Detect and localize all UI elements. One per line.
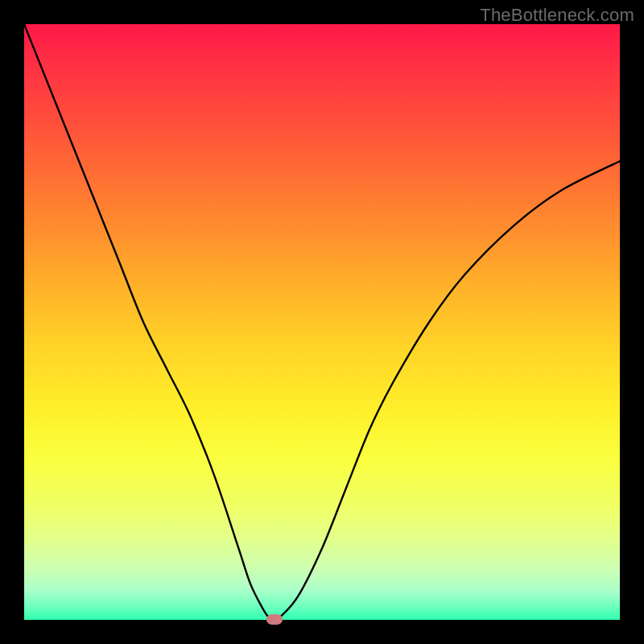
optimal-point-marker: [266, 614, 283, 625]
chart-frame: TheBottleneck.com: [0, 0, 644, 644]
curve-svg: [24, 24, 620, 620]
bottleneck-curve-path: [24, 24, 620, 620]
watermark-text: TheBottleneck.com: [480, 5, 634, 26]
plot-area: [24, 24, 620, 620]
